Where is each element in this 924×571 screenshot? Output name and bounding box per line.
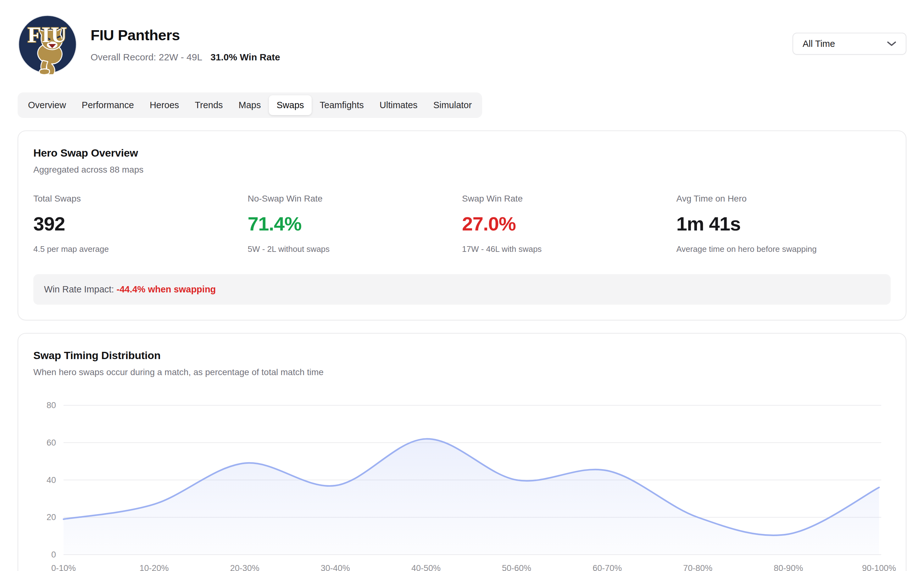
tab-heroes[interactable]: Heroes (142, 95, 187, 115)
overall-record: Overall Record: 22W - 49L (91, 52, 202, 63)
tab-swaps[interactable]: Swaps (269, 95, 311, 115)
team-text-block: FIU Panthers Overall Record: 22W - 49L 3… (91, 26, 280, 63)
tab-teamfights[interactable]: Teamfights (312, 95, 371, 115)
stat-label: Avg Time on Hero (677, 194, 891, 204)
team-logo: FIU (18, 14, 77, 74)
stat-value: 27.0% (462, 213, 677, 235)
chevron-down-icon (887, 41, 896, 46)
stat-block: Avg Time on Hero1m 41sAverage time on he… (677, 194, 891, 254)
chart-x-tick-label: 50-60% (502, 563, 531, 571)
overview-card-subtitle: Aggregated across 88 maps (33, 165, 891, 175)
team-identity: FIU FIU Panthers Overall Record: 22W - 4… (18, 14, 280, 74)
tab-ultimates[interactable]: Ultimates (372, 95, 425, 115)
chart-x-tick-label: 40-50% (411, 563, 440, 571)
win-rate-impact-banner: Win Rate Impact: -44.4% when swapping (33, 274, 891, 305)
overview-card-title: Hero Swap Overview (33, 147, 891, 159)
header: FIU FIU Panthers Overall Record: 22W - 4… (18, 14, 906, 74)
stat-block: No-Swap Win Rate71.4%5W - 2L without swa… (248, 194, 462, 254)
chart-y-tick-label: 20 (46, 512, 56, 522)
chart-x-tick-label: 10-20% (140, 563, 169, 571)
impact-value: -44.4% when swapping (116, 284, 216, 294)
stat-value: 1m 41s (677, 213, 891, 235)
stats-row: Total Swaps3924.5 per map averageNo-Swap… (33, 194, 891, 254)
impact-label: Win Rate Impact: (44, 284, 114, 294)
stat-value: 71.4% (248, 213, 462, 235)
stat-label: No-Swap Win Rate (248, 194, 462, 204)
chart-y-tick-label: 80 (46, 401, 56, 410)
swap-timing-area-chart: 0204060800-10%10-20%20-30%30-40%40-50%50… (33, 391, 891, 571)
svg-text:FIU: FIU (28, 23, 68, 47)
swap-timing-card: Swap Timing Distribution When hero swaps… (18, 333, 906, 571)
stat-sub: Average time on hero before swapping (677, 244, 891, 254)
stat-sub: 4.5 per map average (33, 244, 248, 254)
chart-x-tick-label: 90-100% (862, 563, 896, 571)
chart-card-subtitle: When hero swaps occur during a match, as… (33, 367, 891, 377)
stat-sub: 17W - 46L with swaps (462, 244, 677, 254)
tab-maps[interactable]: Maps (231, 95, 269, 115)
stat-label: Total Swaps (33, 194, 248, 204)
time-filter-select[interactable]: All Time (793, 33, 906, 55)
stat-value: 392 (33, 213, 248, 235)
chart-x-tick-label: 30-40% (321, 563, 350, 571)
stat-block: Swap Win Rate27.0%17W - 46L with swaps (462, 194, 677, 254)
hero-swap-overview-card: Hero Swap Overview Aggregated across 88 … (18, 131, 906, 320)
page-title: FIU Panthers (91, 26, 280, 44)
chart-y-tick-label: 40 (46, 475, 56, 485)
chart-x-tick-label: 0-10% (51, 563, 76, 571)
time-filter-value: All Time (803, 39, 835, 49)
chart-x-tick-label: 60-70% (593, 563, 622, 571)
page: FIU FIU Panthers Overall Record: 22W - 4… (0, 0, 924, 571)
record-line: Overall Record: 22W - 49L 31.0% Win Rate (91, 52, 280, 63)
stat-block: Total Swaps3924.5 per map average (33, 194, 248, 254)
chart-y-tick-label: 0 (51, 550, 56, 559)
tab-performance[interactable]: Performance (74, 95, 142, 115)
chart-x-tick-label: 80-90% (774, 563, 803, 571)
tab-simulator[interactable]: Simulator (426, 95, 480, 115)
chart-card-title: Swap Timing Distribution (33, 349, 891, 361)
overall-win-rate: 31.0% Win Rate (210, 52, 280, 63)
chart-y-tick-label: 60 (46, 438, 56, 448)
stat-sub: 5W - 2L without swaps (248, 244, 462, 254)
tab-trends[interactable]: Trends (187, 95, 230, 115)
tab-overview[interactable]: Overview (20, 95, 74, 115)
chart-x-tick-label: 70-80% (683, 563, 712, 571)
fiu-panther-logo-icon: FIU (18, 14, 77, 74)
tab-bar: OverviewPerformanceHeroesTrendsMapsSwaps… (18, 93, 482, 118)
stat-label: Swap Win Rate (462, 194, 677, 204)
chart-x-tick-label: 20-30% (230, 563, 260, 571)
